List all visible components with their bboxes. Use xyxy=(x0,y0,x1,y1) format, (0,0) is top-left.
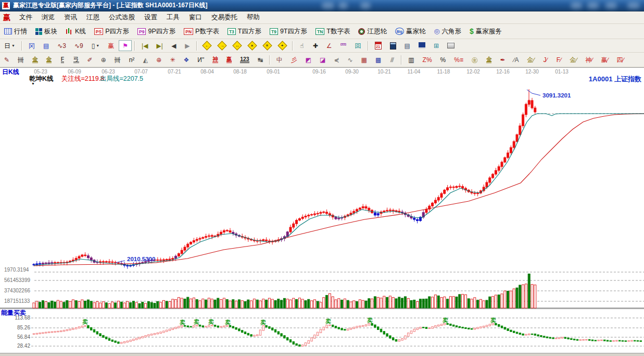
menu-item-help[interactable]: 帮助 xyxy=(242,12,264,23)
winner-wheel-button[interactable]: Big赢家轮 xyxy=(391,25,430,38)
star-rays-tool-tool-button[interactable]: ✳ xyxy=(166,54,179,65)
menu-item-gann[interactable]: 江恩 xyxy=(82,12,104,23)
spiral-grid-tool-button[interactable]: 弓 xyxy=(70,54,83,65)
percent-tool-tool-button[interactable]: % xyxy=(437,54,450,65)
gann-arrow-left-tool-button[interactable]: ← xyxy=(200,40,214,51)
menu-item-browse[interactable]: 浏览 xyxy=(37,12,59,23)
chart-area[interactable]: 3091.32012010.5300卖卖卖卖卖卖卖卖卖卖 日K线 05-2306… xyxy=(0,67,644,356)
notes-tool-tool-button[interactable]: ▤ xyxy=(401,40,414,51)
gann-arrow-cross-tool-button[interactable]: × xyxy=(245,40,259,51)
price-grid-a-tool-button[interactable]: ▦ xyxy=(358,54,371,65)
kline-button[interactable]: K线 xyxy=(61,25,90,38)
boxed-star-tool-tool-button[interactable]: ❖ xyxy=(180,54,193,65)
p9-square-button[interactable]: P99P四方形 xyxy=(133,25,180,38)
line-ruler-tool-button[interactable]: 卌 xyxy=(111,54,124,65)
hexagon-button[interactable]: ◎六角形 xyxy=(430,25,465,38)
menu-item-window[interactable]: 窗口 xyxy=(184,12,207,23)
wave-a-tool-tool-button[interactable]: ∕A xyxy=(510,54,522,65)
angle-measure-tool-tool-button[interactable]: ∠ xyxy=(323,40,336,51)
go-first-tool-button[interactable]: |◀ xyxy=(138,40,151,51)
calculator-tool-tool-button[interactable] xyxy=(386,40,400,51)
percent-zone-tool-button[interactable]: Z% xyxy=(419,54,436,65)
gann-arrow-plus-tool-button[interactable]: + xyxy=(275,40,289,51)
t-number-table-button[interactable]: TNT数字表 xyxy=(311,25,354,38)
menu-item-formula-stock-pick[interactable]: 公式选股 xyxy=(104,12,140,23)
parallel-lines-tool-button[interactable]: ⫻ xyxy=(386,54,398,65)
zigzag-tool-tool-button[interactable]: ∿ xyxy=(344,54,356,65)
mirror-angle-tool-tool-button[interactable]: ◭ xyxy=(139,54,151,65)
step-back-tool-button[interactable]: ◀ xyxy=(168,40,180,51)
go-last-tool-button[interactable]: ▶| xyxy=(153,40,166,51)
close-button-blurred[interactable] xyxy=(627,2,640,9)
horizontal-scrollbar[interactable] xyxy=(0,353,644,356)
save-tool-tool-button[interactable] xyxy=(415,40,429,51)
volume-flag-tool-button[interactable]: ⚑ xyxy=(119,40,132,51)
shen-grid-tool-tool-button[interactable]: 神 xyxy=(209,54,222,65)
p-number-table-button[interactable]: PNP数字表 xyxy=(180,25,223,38)
angle-fan-tool-button[interactable]: ⋞ xyxy=(330,54,343,65)
share-tool-tool-button[interactable]: ⊞ xyxy=(430,40,443,51)
gold-angle-tool-tool-button[interactable]: 金∕ xyxy=(524,54,538,65)
info-panel-tool-button[interactable]: ▤ xyxy=(40,40,53,51)
price-grid-b-tool-button[interactable]: ▩ xyxy=(372,54,385,65)
area-tool-tool-button[interactable]: 罒 xyxy=(337,40,350,51)
t9-square-button[interactable]: T99T四方形 xyxy=(266,25,311,38)
color-fan-a-tool-button[interactable]: ◩ xyxy=(302,54,315,65)
wave-9-tool-tool-button[interactable]: ∿9 xyxy=(71,40,87,51)
quotes-button[interactable]: 行情 xyxy=(0,25,31,38)
menu-item-tools[interactable]: 工具 xyxy=(162,12,184,23)
minimize-button-blurred[interactable] xyxy=(571,2,582,9)
period-day-select-tool-button[interactable]: 日▼ xyxy=(1,40,19,51)
wave-count-tool-tool-button[interactable]: И" xyxy=(194,54,208,65)
column-stats-tool-button[interactable]: ▥ xyxy=(405,54,418,65)
gann-arrow-right-tool-button[interactable]: → xyxy=(215,40,229,51)
ying-angle-tool-tool-button[interactable]: 赢∕ xyxy=(598,54,612,65)
ruler-123-tool-button[interactable]: 123 xyxy=(236,54,253,65)
gold-line-tool-tool-button[interactable]: 金 xyxy=(483,54,496,65)
pen-tool-tool-button[interactable]: ✎ xyxy=(1,54,13,65)
center-cross-square-tool-button[interactable]: 中 xyxy=(273,54,286,65)
hand-tool-tool-button[interactable]: ☝ xyxy=(296,40,308,51)
shen-angle-tool-tool-button[interactable]: 神∕ xyxy=(582,54,597,65)
rays-fan-tool-button[interactable]: 彡 xyxy=(287,54,301,65)
span-measure-tool-button[interactable]: ↹ xyxy=(254,54,267,65)
color-fan-b-tool-button[interactable]: ◪ xyxy=(316,54,329,65)
gann-arrow-star-tool-button[interactable]: ✳ xyxy=(260,40,274,51)
circle-ruler-tool-button[interactable]: ⊕ xyxy=(97,54,110,65)
gold-circle-tool-tool-button[interactable]: ㊎ xyxy=(468,54,482,65)
circle-cross-tool-tool-button[interactable]: ⊕ xyxy=(153,54,165,65)
p-square-button[interactable]: PSP四方形 xyxy=(90,25,133,38)
candle-style-select-tool-button[interactable]: ▯▼ xyxy=(88,40,104,51)
gold-angle-tool-2-tool-button[interactable]: 金∕ xyxy=(566,54,581,65)
menu-item-file[interactable]: 文件 xyxy=(15,12,37,23)
f-angle-tool-tool-button[interactable]: F∕ xyxy=(553,54,565,65)
ying-analysis-tool-button[interactable]: 赢 xyxy=(104,40,118,51)
menu-item-settings[interactable]: 设置 xyxy=(140,12,162,23)
si-angle-tool-tool-button[interactable]: 四∕ xyxy=(613,54,628,65)
gann-wheel-button[interactable]: 江恩轮 xyxy=(354,25,391,38)
step-forward-tool-button[interactable]: ▶ xyxy=(181,40,194,51)
fibo-grid-tool-button[interactable]: F xyxy=(56,54,69,65)
spiral-tool-tool-button[interactable]: 回 xyxy=(351,40,365,51)
ying-grid-tool-tool-button[interactable]: 赢 xyxy=(223,54,236,65)
gold-ratio-grid-b-tool-button[interactable]: 金 xyxy=(43,54,56,65)
gold-ratio-grid-a-tool-button[interactable]: 金 xyxy=(29,54,42,65)
chart-canvas[interactable]: 3091.32012010.5300卖卖卖卖卖卖卖卖卖卖 xyxy=(0,68,644,356)
j-angle-tool-tool-button[interactable]: J∕ xyxy=(539,54,552,65)
crosshair-tool-tool-button[interactable]: ✚ xyxy=(309,40,322,51)
sectors-button[interactable]: 板块 xyxy=(31,25,61,38)
maximize-button-blurred[interactable] xyxy=(587,2,599,9)
percent-lines-tool-button[interactable]: %≡ xyxy=(450,54,467,65)
gann-arrow-horizontal-tool-button[interactable]: ↔ xyxy=(230,40,244,51)
menu-item-news[interactable]: 资讯 xyxy=(59,12,82,23)
wave-3-tool-tool-button[interactable]: ∿3 xyxy=(54,40,70,51)
menu-item-trade-order[interactable]: 交易委托 xyxy=(207,12,242,23)
pen-tool-2-tool-button[interactable]: ✐ xyxy=(84,54,96,65)
calendar-tool-tool-button[interactable]: 21 xyxy=(371,40,385,51)
gann-box-tool-tool-button[interactable]: 冈 xyxy=(25,40,39,51)
gann-line-grid-tool-button[interactable]: 卌 xyxy=(14,54,28,65)
winner-service-button[interactable]: $赢家服务 xyxy=(465,25,506,38)
n-square-tool-tool-button[interactable]: n² xyxy=(125,54,138,65)
t-square-button[interactable]: T3T四方形 xyxy=(223,25,266,38)
print-tool-tool-button[interactable] xyxy=(444,40,458,51)
